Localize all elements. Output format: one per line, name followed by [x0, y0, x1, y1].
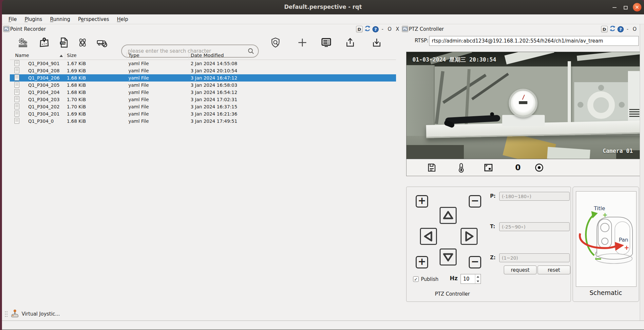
table-row[interactable]: Q1_P304_2021.70 KiByaml File3 Jan 2024 1… — [10, 103, 396, 110]
add-icon[interactable] — [296, 36, 309, 49]
rtsp-url-input[interactable] — [429, 36, 639, 46]
file-name: Q1_P304_206 — [28, 75, 67, 81]
menu-running[interactable]: Running — [46, 15, 74, 24]
dock-minimize-button[interactable]: - — [380, 26, 385, 32]
table-row[interactable]: Q1_P304_2051.68 KiByaml File3 Jan 2024 1… — [10, 82, 396, 89]
pan-field-label: P: — [490, 193, 496, 199]
dock-close-button[interactable]: X — [394, 26, 400, 32]
column-header-date[interactable]: Date Modified — [191, 53, 224, 58]
column-divider[interactable] — [126, 52, 127, 59]
reset-button[interactable]: reset — [538, 266, 570, 274]
schematic-caption: Schematic — [573, 289, 639, 296]
zoom-out-top-button[interactable]: − — [469, 195, 481, 208]
column-header-type[interactable]: Type — [128, 53, 139, 58]
zoom-in-top-button[interactable]: + — [416, 195, 428, 208]
menu-file[interactable]: File — [5, 15, 21, 24]
zoom-field-input[interactable] — [499, 253, 570, 262]
tilt-field-label: T: — [490, 224, 495, 229]
file-size: 1.70 KiB — [67, 104, 128, 109]
rtsp-label: RTSP: — [415, 38, 428, 44]
record-icon[interactable] — [534, 163, 544, 173]
tilt-up-button[interactable] — [440, 207, 457, 224]
pan-left-button[interactable] — [420, 228, 437, 245]
map-pin-icon[interactable] — [38, 36, 50, 49]
joystick-tab-label: Virtual Joystic... — [22, 311, 60, 317]
table-row[interactable]: Q1_P304_2011.69 KiByaml File3 Jan 2024 1… — [10, 110, 396, 118]
scene-game-controller — [445, 115, 501, 124]
point-recorder-titlebar[interactable]: Point Recorder D ? - O X — [2, 24, 401, 34]
dock-reload-icon[interactable] — [364, 25, 371, 33]
zoom-in-bottom-button[interactable]: + — [416, 256, 428, 268]
file-table-body: Q1_P304_9011.67 KiByaml File2 Jan 2024 1… — [10, 60, 396, 125]
table-row[interactable]: Q1_P304_2081.69 KiByaml File3 Jan 2024 2… — [10, 67, 396, 74]
frame-capture-icon[interactable] — [483, 163, 493, 173]
spin-down-button[interactable] — [475, 279, 481, 284]
file-size: 1.68 KiB — [67, 75, 128, 81]
table-row[interactable]: Q1_P304_2031.70 KiByaml File3 Jan 2024 1… — [10, 96, 396, 103]
scene-bracket — [435, 71, 445, 124]
download-icon[interactable] — [370, 36, 383, 49]
vehicle-disable-icon[interactable] — [96, 36, 108, 49]
file-date: 3 Jan 2024 17:49:51 — [191, 119, 396, 124]
spin-up-button[interactable] — [475, 274, 481, 279]
scene-floor — [407, 145, 464, 159]
save-icon[interactable] — [427, 163, 437, 173]
dock-dockable-button[interactable]: D — [601, 26, 608, 32]
drag-grip-icon[interactable] — [5, 311, 8, 317]
atom-icon[interactable] — [76, 36, 89, 49]
window-titlebar[interactable]: Default.perspective - rqt × — [2, 0, 644, 14]
table-header[interactable]: Name Size Type Date Modified — [10, 52, 396, 60]
file-size: 1.68 KiB — [67, 82, 128, 88]
file-type: yaml File — [128, 82, 191, 88]
dock-reload-icon[interactable] — [609, 25, 616, 33]
menu-help[interactable]: Help — [113, 15, 132, 24]
window-minimize-button[interactable] — [611, 4, 618, 11]
window-close-button[interactable]: × — [633, 3, 641, 11]
file-name: Q1_P304_901 — [28, 61, 67, 66]
column-divider[interactable] — [189, 52, 189, 59]
scene-plate-hole — [598, 85, 604, 91]
table-row[interactable]: Q1_P304_01.68 KiByaml File3 Jan 2024 17:… — [10, 118, 396, 125]
point-recorder-toolbar: YML — [2, 34, 401, 52]
file-date: 3 Jan 2024 17:02:31 — [191, 97, 396, 102]
publish-label: Publish — [421, 276, 438, 282]
window-maximize-button[interactable] — [622, 4, 630, 11]
file-type: yaml File — [128, 111, 191, 117]
pan-field-input[interactable] — [499, 192, 570, 201]
virtual-joystick-tab[interactable]: Virtual Joystic... — [5, 308, 60, 320]
yaml-file-icon[interactable]: YML — [58, 36, 70, 49]
init-gears-icon[interactable] — [17, 36, 29, 49]
column-divider[interactable] — [65, 52, 65, 59]
tilt-down-button[interactable] — [440, 248, 457, 266]
request-button[interactable]: request — [504, 266, 537, 274]
dock-float-button[interactable]: O — [631, 26, 638, 32]
table-row[interactable]: Q1_P304_2061.68 KiByaml File3 Jan 2024 1… — [10, 74, 396, 82]
scene-gauge-window — [519, 101, 527, 104]
column-header-name[interactable]: Name — [15, 53, 29, 58]
zoom-out-bottom-button[interactable]: − — [469, 256, 481, 268]
upload-icon[interactable] — [344, 36, 356, 49]
dock-float-button[interactable]: O — [386, 26, 393, 32]
table-row[interactable]: Q1_P304_9011.67 KiByaml File2 Jan 2024 1… — [10, 60, 396, 67]
column-header-size[interactable]: Size — [67, 53, 77, 58]
dock-help-icon[interactable]: ? — [617, 26, 624, 32]
hz-value-input[interactable] — [461, 274, 475, 284]
pan-right-button[interactable] — [461, 228, 478, 245]
vertical-scrollbar[interactable] — [640, 24, 644, 321]
dock-help-icon[interactable]: ? — [372, 26, 379, 32]
table-row[interactable]: Q1_P304_2041.68 KiByaml File3 Jan 2024 1… — [10, 89, 396, 96]
thermometer-icon[interactable] — [456, 163, 466, 173]
shield-search-icon[interactable] — [269, 36, 282, 49]
tilt-field-input[interactable] — [499, 222, 570, 231]
file-size: 1.68 KiB — [67, 90, 128, 95]
log-list-icon[interactable] — [320, 36, 332, 49]
dock-minimize-button[interactable]: - — [625, 26, 630, 32]
file-type: yaml File — [128, 75, 191, 81]
menu-perspectives[interactable]: Perspectives — [74, 15, 113, 24]
menu-plugins[interactable]: Plugins — [21, 15, 46, 24]
minimize-icon — [613, 7, 616, 8]
publish-checkbox[interactable]: ✓ — [413, 276, 419, 282]
ptz-titlebar[interactable]: PTZ Controller D ? - O X — [401, 24, 644, 34]
dock-dockable-button[interactable]: D — [356, 26, 363, 32]
file-type: yaml File — [128, 68, 191, 73]
